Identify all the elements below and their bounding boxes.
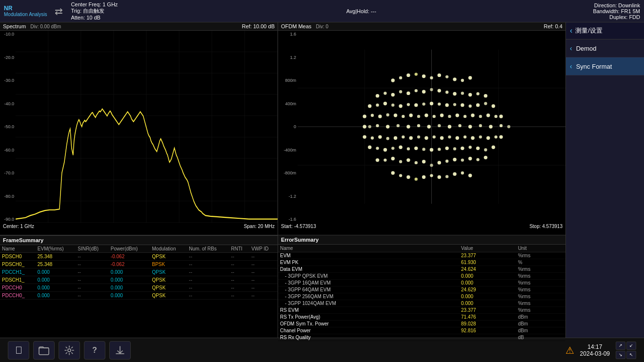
error-row-value: 23.377 [459,307,516,314]
error-row-name: RS Rx Quality [278,334,459,341]
svg-point-44 [422,102,425,105]
app-title-group: NR Modulation Analysis [4,5,47,17]
svg-point-68 [471,114,474,117]
svg-point-54 [363,114,366,118]
svg-point-83 [468,125,472,128]
error-row-unit: %rms [516,266,565,273]
svg-point-96 [433,135,436,138]
svg-point-153 [68,349,71,352]
svg-point-59 [402,115,404,118]
spectrum-svg [16,31,278,223]
svg-point-113 [422,148,425,151]
sidebar-sync-chevron: ‹ [570,62,572,70]
row-vwp: -- [249,292,278,300]
sidebar-demod-chevron: ‹ [570,44,572,52]
sidebar-item-sync-format[interactable]: ‹ Sync Format [566,57,644,76]
row-evm: 0.000 [36,284,76,292]
row-sinr: -- [76,253,109,261]
row-evm: 0.000 [36,276,76,284]
svg-point-28 [415,89,418,92]
date-display: 2024-03-09 [580,350,610,357]
table-row: RS EVM 23.377 %rms [278,307,565,314]
ofdm-start: Start: -4.573913 [281,224,316,229]
table-row: OFDM Sym Tx. Power 89.028 dBm [278,321,565,327]
svg-point-80 [438,124,441,127]
error-row-value: 0.000 [459,280,516,286]
svg-point-41 [399,104,402,108]
svg-point-112 [414,147,418,150]
error-row-value: 92.816 [459,327,516,334]
error-row-unit: dBm [516,321,565,327]
table-row: RS Rx Quality dB [278,334,565,341]
error-row-unit: % [516,259,565,266]
toolbar-download-btn[interactable] [109,341,131,360]
frame-table: Name EVM(%rms) SINR(dB) Power(dBm) Modul… [0,245,278,300]
download-icon [115,345,125,356]
svg-point-23 [376,94,379,97]
row-sinr: -- [76,292,109,300]
svg-point-78 [417,124,420,127]
svg-point-126 [399,160,402,163]
error-row-value: 0.000 [459,293,516,300]
sidebar-header: ‹ 测量/设置 [566,22,644,39]
svg-point-106 [368,146,371,149]
svg-point-42 [407,103,410,106]
svg-point-43 [414,103,418,107]
svg-point-130 [438,161,441,164]
bandwidth: Bandwidth: FR1 5M [593,8,640,14]
ofdm-footer: Start: -4.573913 Stop: 4.573913 [278,223,565,230]
spectrum-chart: -10.0 -20.0 -30.0 -40.0 -50.0 -60.0 -70.… [0,31,278,223]
svg-point-133 [461,158,464,161]
toolbar-small-btn-2[interactable]: ↙ [626,342,636,350]
table-row: - 3GPP QPSK EVM 0.000 %rms [278,273,565,280]
toolbar-icon-row-1: ↗ ↙ [616,342,636,350]
svg-point-86 [500,124,503,127]
toolbar-settings-btn[interactable] [59,341,80,360]
ofdm-ref: Ref: 0.4 [543,23,563,29]
spectrum-chart-area [16,31,278,223]
row-rnti: -- [229,253,249,261]
svg-point-117 [453,147,456,150]
row-vwp: -- [249,284,278,292]
sidebar-item-demod[interactable]: ‹ Demod [566,39,644,57]
svg-point-114 [430,148,433,152]
svg-point-84 [479,124,482,127]
table-row: - 3GPP 64QAM EVM 24.629 %rms [278,286,565,293]
svg-point-118 [461,147,464,150]
svg-point-150 [507,125,510,128]
sidebar-back-icon[interactable]: ‹ [570,26,572,35]
trig-info: Trig: 自由触发 [71,7,118,15]
svg-point-144 [445,175,448,178]
table-row: - 3GPP 256QAM EVM 0.000 %rms [278,293,565,300]
svg-point-111 [407,147,410,150]
svg-point-65 [448,115,451,118]
error-row-name: - 3GPP 256QAM EVM [278,293,459,300]
svg-point-95 [424,136,428,140]
row-sinr: -- [76,284,109,292]
svg-point-18 [438,74,441,77]
svg-point-87 [363,135,366,138]
error-row-unit: %rms [516,293,565,300]
svg-point-74 [376,124,379,127]
toolbar-screen-btn[interactable]: ⎕ [8,341,29,360]
svg-point-39 [383,102,387,105]
toolbar-small-btn-3[interactable]: ↘ [616,351,625,359]
error-row-name: RS Tx Power(Avg) [278,314,459,321]
table-row: EVM 23.377 %rms [278,252,565,259]
spectrum-y-axis: -10.0 -20.0 -30.0 -40.0 -50.0 -60.0 -70.… [0,31,16,223]
svg-point-19 [445,75,448,78]
toolbar-small-btn-4[interactable]: ↖ [626,351,636,359]
row-mod: QPSK [150,284,187,292]
spectrum-center: Center: 1 GHz [3,224,34,229]
svg-point-109 [391,147,394,150]
toolbar-small-btn-1[interactable]: ↗ [616,342,625,350]
svg-point-121 [484,148,487,151]
table-row: Chanel Power 92.816 dBm [278,327,565,334]
row-rbs: -- [187,292,229,300]
error-row-unit: %rms [516,300,565,307]
toolbar-help-btn[interactable]: ? [84,341,105,360]
svg-point-125 [391,157,395,160]
error-row-name: EVM PK [278,259,459,266]
toolbar-folder-btn[interactable] [33,341,55,360]
center-freq: Center Freq: 1 GHz [71,1,118,7]
